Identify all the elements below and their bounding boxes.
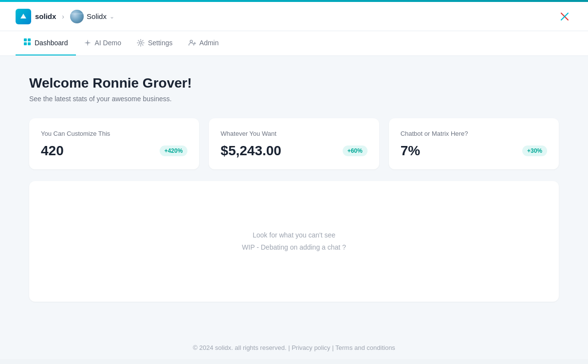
footer-privacy-link[interactable]: Privacy policy: [292, 344, 330, 351]
stat-value-3: 7%: [401, 143, 420, 159]
stats-grid: You Can Customize This 420 +420% Whateve…: [29, 118, 559, 169]
nav-item-ai-demo[interactable]: AI Demo: [76, 32, 129, 55]
nav-item-admin[interactable]: Admin: [181, 32, 227, 55]
stat-value-2: $5,243.00: [220, 143, 281, 159]
header: solidx › Solidx ⌄: [0, 2, 588, 31]
footer-terms-link[interactable]: Terms and conditions: [335, 344, 395, 351]
svg-rect-5: [28, 42, 31, 45]
stat-card-3: Chatbot or Matrix Here? 7% +30%: [389, 118, 559, 169]
workspace-selector[interactable]: Solidx ⌄: [70, 10, 114, 23]
content-card: Look for what you can't see WIP - Debati…: [29, 181, 559, 302]
welcome-title: Welcome Ronnie Grover!: [29, 75, 559, 91]
footer-separator-2: |: [332, 344, 335, 351]
nav-label-settings: Settings: [148, 39, 173, 47]
app-name: solidx: [35, 12, 56, 20]
nav-label-dashboard: Dashboard: [35, 39, 68, 47]
breadcrumb-arrow: ›: [62, 13, 64, 20]
navigation: Dashboard AI Demo Settings Admin: [0, 31, 588, 56]
svg-rect-2: [24, 38, 27, 41]
nav-item-dashboard[interactable]: Dashboard: [16, 31, 76, 55]
footer: © 2024 solidx. all rights reserved. | Pr…: [0, 336, 588, 359]
stat-value-row-1: 420 +420%: [41, 143, 187, 159]
close-button[interactable]: [557, 9, 572, 24]
header-right: [557, 9, 572, 24]
footer-copyright: © 2024 solidx. all rights reserved.: [193, 344, 286, 351]
stat-badge-3: +30%: [522, 146, 547, 156]
stat-value-row-2: $5,243.00 +60%: [220, 143, 367, 159]
stat-value-1: 420: [41, 143, 64, 159]
svg-rect-4: [24, 42, 27, 45]
solidx-logo: [16, 9, 31, 24]
svg-rect-3: [28, 38, 31, 41]
grid-icon: [23, 38, 31, 48]
nav-item-settings[interactable]: Settings: [129, 32, 181, 55]
main-content: Welcome Ronnie Grover! See the latest st…: [0, 56, 588, 336]
stat-label-3: Chatbot or Matrix Here?: [401, 130, 547, 137]
person-plus-icon: [188, 39, 196, 47]
svg-point-7: [190, 40, 192, 43]
stat-label-1: You Can Customize This: [41, 130, 187, 137]
chevron-down-icon: ⌄: [110, 13, 114, 20]
nav-label-ai-demo: AI Demo: [95, 39, 121, 47]
stat-card-1: You Can Customize This 420 +420%: [29, 118, 199, 169]
content-card-line1: Look for what you can't see: [253, 229, 335, 241]
gear-icon: [137, 39, 145, 47]
stat-badge-1: +420%: [160, 146, 188, 156]
content-card-line2: WIP - Debating on adding a chat ?: [242, 241, 346, 254]
svg-point-6: [139, 42, 142, 44]
stat-card-2: Whatever You Want $5,243.00 +60%: [209, 118, 379, 169]
welcome-subtitle: See the latest stats of your awesome bus…: [29, 95, 559, 103]
workspace-globe-icon: [70, 10, 84, 23]
workspace-name: Solidx: [87, 12, 107, 20]
stat-value-row-3: 7% +30%: [401, 143, 547, 159]
nav-label-admin: Admin: [200, 39, 219, 47]
stat-badge-2: +60%: [343, 146, 368, 156]
stat-label-2: Whatever You Want: [220, 130, 367, 137]
header-left: solidx › Solidx ⌄: [16, 9, 114, 24]
sparkle-icon: [84, 39, 92, 47]
